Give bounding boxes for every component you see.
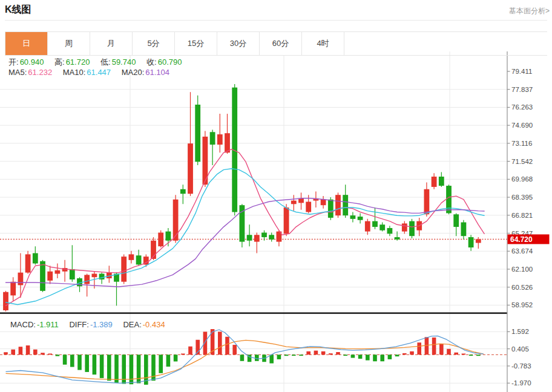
axis-tick-label: 74.690 — [511, 122, 533, 129]
axis-tick-label: 1.592 — [511, 328, 529, 335]
price-axis: 79.41177.83776.26374.69073.11671.54269.9… — [507, 51, 550, 392]
close-value: 收:60.790 — [146, 57, 182, 67]
axis-tick-label: -0.783 — [511, 362, 531, 370]
tab-30min[interactable]: 30分 — [217, 32, 260, 55]
low-value: 低:59.740 — [100, 57, 136, 67]
tab-60min[interactable]: 60分 — [260, 32, 302, 55]
ma10-value: MA10:61.447 — [63, 68, 111, 77]
diff-value: DIFF:-1.389 — [69, 320, 112, 329]
header-divider — [5, 20, 547, 21]
high-value: 高:61.720 — [54, 57, 90, 67]
macd-panel — [0, 329, 507, 385]
last-price-tag-label: 64.720 — [510, 235, 533, 244]
axis-tick-label: 69.968 — [511, 175, 533, 183]
diff-line — [6, 330, 484, 383]
ma-legend: MA5:61.232 MA10:61.447 MA20:61.104 — [8, 68, 178, 77]
period-tabbar: 日 周 月 5分 15分 30分 60分 4时 — [5, 31, 547, 56]
candle-panel — [0, 84, 507, 314]
axis-tick-label: 79.411 — [511, 68, 532, 75]
tab-5min[interactable]: 5分 — [133, 32, 175, 55]
axis-tick-label: 58.952 — [511, 301, 533, 309]
fundamental-analysis-link[interactable]: 基本面分析> — [509, 6, 550, 16]
tab-15min[interactable]: 15分 — [175, 32, 217, 55]
tab-month[interactable]: 月 — [90, 32, 133, 55]
axis-tick-label: 68.395 — [511, 194, 533, 201]
axis-tick-label: 0.405 — [511, 345, 529, 353]
open-value: 开:60.940 — [8, 57, 44, 67]
dea-value: DEA:-0.434 — [123, 320, 165, 329]
axis-tick-label: 62.100 — [511, 266, 533, 273]
page-title: K线图 — [5, 4, 31, 16]
tab-week[interactable]: 周 — [48, 32, 90, 55]
axis-tick-label: 77.837 — [511, 86, 533, 93]
macd-histogram — [4, 329, 480, 385]
ma5-value: MA5:61.232 — [8, 68, 52, 77]
panel-divider — [0, 312, 507, 313]
ma20-line — [6, 198, 485, 287]
axis-tick-label: 71.542 — [511, 158, 533, 165]
tab-day[interactable]: 日 — [5, 32, 48, 55]
macd-legend: MACD:-1.911 DIFF:-1.389 DEA:-0.434 — [10, 320, 174, 329]
tab-4hour[interactable]: 4时 — [302, 32, 344, 55]
macd-value: MACD:-1.911 — [10, 320, 59, 329]
axis-tick-label: -1.970 — [511, 379, 531, 387]
axis-tick-label: 73.116 — [511, 140, 532, 147]
axis-tick-label: 60.526 — [511, 284, 533, 291]
axis-tick-label: 76.263 — [511, 103, 533, 111]
axis-tick-label: 63.674 — [511, 247, 533, 255]
dea-line — [6, 340, 484, 379]
ma20-value: MA20:61.104 — [122, 68, 169, 77]
candles — [3, 84, 481, 312]
axis-tick-label: 66.821 — [511, 212, 533, 219]
ohlc-legend: 开:60.940 高:61.720 低:59.740 收:60.790 — [8, 57, 190, 68]
